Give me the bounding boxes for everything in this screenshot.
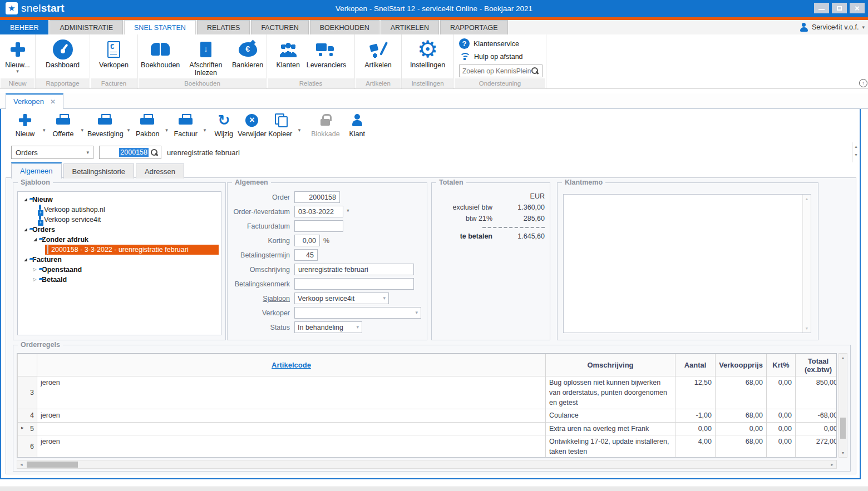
ribbon-tab-boekhouden[interactable]: BOEKHOUDEN	[310, 20, 379, 34]
order-field[interactable]	[294, 191, 340, 203]
artikelcode-header[interactable]: Artikelcode	[37, 354, 546, 376]
betalingstermijn-field[interactable]	[294, 249, 318, 261]
orderdatum-field[interactable]	[294, 206, 343, 217]
artikelcode-cell[interactable]	[37, 422, 546, 435]
totaal-cell[interactable]: 0,00	[796, 422, 837, 435]
expander-closed-icon[interactable]	[33, 267, 36, 272]
ribbon-button-nieuw[interactable]: Nieuw...	[2, 34, 33, 74]
panel-splitter[interactable]	[852, 142, 852, 162]
ribbon-tab-artikelen[interactable]: ARTIKELEN	[381, 20, 439, 34]
document-tab-verkopen[interactable]: Verkopen ✕	[6, 93, 63, 109]
kennisplein-search-input[interactable]	[462, 67, 531, 75]
tree-node-nieuw[interactable]: Nieuw	[19, 195, 220, 205]
sjabloon-select[interactable]: Verkoop service4it	[294, 292, 389, 304]
tab-algemeen[interactable]: Algemeen	[11, 162, 62, 178]
orderregel-row[interactable]: 3 jeroen Bug oplossen niet kunnen bijwer…	[18, 376, 837, 409]
ribbon-tab-relaties[interactable]: RELATIES	[197, 20, 250, 34]
verkoopprijs-cell[interactable]: 0,00	[716, 422, 767, 435]
ribbon-button-verkopen[interactable]: Verkopen	[96, 34, 131, 69]
scrollbar-thumb[interactable]	[27, 462, 78, 468]
bevestiging-button[interactable]: Bevestiging	[87, 109, 124, 138]
maximize-button[interactable]	[832, 3, 847, 13]
tree-node-zonder-afdruk[interactable]: Zonder afdruk	[19, 235, 220, 245]
totaal-cell[interactable]: 850,00	[796, 376, 837, 409]
wijzig-button[interactable]: Wijzig	[210, 109, 238, 138]
totaal-cell[interactable]: 272,00	[796, 435, 837, 458]
factuurdatum-field[interactable]	[294, 220, 343, 232]
close-button[interactable]: ×	[850, 3, 865, 13]
grid-horizontal-scrollbar[interactable]: ◄ ►	[17, 460, 837, 469]
totaal-cell[interactable]: -68,00	[796, 409, 837, 422]
orderregel-row[interactable]: 4 jeroen Coulance -1,00 68,00 0,00 -68,0…	[18, 409, 837, 422]
ribbon-tab-snel-starten[interactable]: SNEL STARTEN	[124, 20, 196, 34]
omschrijving-cell[interactable]: Coulance	[546, 409, 675, 422]
orderregel-row-current[interactable]: ▸5 Extra uren na overleg met Frank 0,00 …	[18, 422, 837, 435]
user-menu[interactable]: Service4it v.o.f.	[800, 20, 865, 34]
krt-cell[interactable]: 0,00	[767, 376, 796, 409]
expander-open-icon[interactable]	[24, 228, 27, 231]
pakbon-dropdown-icon[interactable]	[165, 120, 168, 133]
omschrijving-field[interactable]	[294, 264, 414, 275]
aantal-cell[interactable]: 12,50	[675, 376, 716, 409]
kopieer-dropdown-icon[interactable]	[298, 120, 301, 133]
tree-node-verkoop-service4it[interactable]: Verkoop service4it	[19, 215, 220, 225]
status-select[interactable]: In behandeling	[294, 321, 362, 333]
tree-node-betaald[interactable]: Betaald	[19, 275, 220, 285]
pakbon-button[interactable]: Pakbon	[134, 109, 161, 138]
ribbon-button-leveranciers[interactable]: Leveranciers	[304, 34, 349, 69]
artikelcode-cell[interactable]: jeroen	[37, 435, 546, 458]
splitter-arrows[interactable]: ▲▼	[854, 145, 858, 157]
offerte-button[interactable]: Offerte	[50, 109, 77, 138]
order-search-input[interactable]: 2000158	[99, 146, 161, 159]
omschrijving-cell[interactable]: Extra uren na overleg met Frank	[546, 422, 675, 435]
expander-open-icon[interactable]	[24, 258, 27, 261]
factuur-button[interactable]: Factuur	[172, 109, 200, 138]
hulp-op-afstand-link[interactable]: Hulp op afstand	[459, 52, 541, 61]
nieuw-dropdown-icon[interactable]	[43, 120, 46, 133]
tab-betalingshistorie[interactable]: Betalingshistorie	[63, 163, 134, 178]
ribbon-tab-rapportage[interactable]: RAPPORTAGE	[440, 20, 508, 34]
betalingskenmerk-field[interactable]	[294, 278, 414, 290]
tree-node-facturen[interactable]: Facturen	[19, 255, 220, 265]
kopieer-button[interactable]: Kopieer	[267, 109, 294, 138]
expander-open-icon[interactable]	[24, 198, 27, 201]
aantal-cell[interactable]: -1,00	[675, 409, 716, 422]
minimize-button[interactable]	[814, 3, 829, 13]
ribbon-button-artikelen[interactable]: Artikelen	[362, 34, 394, 69]
ribbon-button-boekhouden[interactable]: Boekhouden	[140, 34, 181, 77]
tree-node-orders[interactable]: Orders	[19, 225, 220, 235]
factuur-dropdown-icon[interactable]	[204, 120, 206, 133]
orderregel-row[interactable]: 6 jeroen Ontwikkeling 17-02, update inst…	[18, 435, 837, 458]
artikelcode-cell[interactable]: jeroen	[37, 409, 546, 422]
tree-node-openstaand[interactable]: Openstaand	[19, 265, 220, 275]
ribbon-button-bankieren[interactable]: Bankieren	[230, 34, 265, 77]
expander-closed-icon[interactable]	[33, 277, 36, 282]
verkoopprijs-cell[interactable]: 68,00	[716, 435, 767, 458]
klant-button[interactable]: Klant	[343, 109, 371, 138]
ribbon-button-dashboard[interactable]: Dashboard	[43, 34, 82, 69]
aantal-cell[interactable]: 4,00	[675, 435, 716, 458]
collapse-ribbon-icon[interactable]	[859, 79, 867, 87]
search-icon[interactable]	[150, 148, 159, 157]
klantmemo-textarea[interactable]: ▲▼	[563, 194, 811, 333]
korting-field[interactable]	[294, 235, 320, 246]
artikelcode-cell[interactable]: jeroen	[37, 376, 546, 409]
grid-vertical-scrollbar[interactable]: ▲ ▼	[839, 353, 847, 458]
expander-open-icon[interactable]	[33, 238, 37, 241]
tree-node-order-2000158-selected[interactable]: 2000158 - 3-3-2022 - urenregistratie feb…	[19, 245, 220, 255]
krt-cell[interactable]: 0,00	[767, 409, 796, 422]
verwijder-button[interactable]: Verwijder	[238, 109, 266, 138]
nieuw-button[interactable]: Nieuw	[11, 109, 39, 138]
verkoopprijs-cell[interactable]: 68,00	[716, 376, 767, 409]
verkoper-select[interactable]	[294, 307, 421, 319]
klantmemo-scrollbar[interactable]: ▲▼	[802, 195, 811, 333]
tree-node-verkoop-autishop[interactable]: Verkoop autishop.nl	[19, 205, 220, 215]
omschrijving-cell[interactable]: Ontwikkeling 17-02, update installeren, …	[546, 435, 675, 458]
order-type-select[interactable]: Orders	[11, 146, 93, 159]
ribbon-tab-administratie[interactable]: ADMINISTRATIE	[50, 20, 123, 34]
aantal-cell[interactable]: 0,00	[675, 422, 716, 435]
kennisplein-search[interactable]	[459, 65, 542, 77]
klantenservice-link[interactable]: Klantenservice	[459, 38, 541, 49]
ribbon-tab-beheer[interactable]: BEHEER	[0, 20, 48, 34]
omschrijving-cell[interactable]: Bug oplossen niet kunnen bijwerken van o…	[546, 376, 675, 409]
